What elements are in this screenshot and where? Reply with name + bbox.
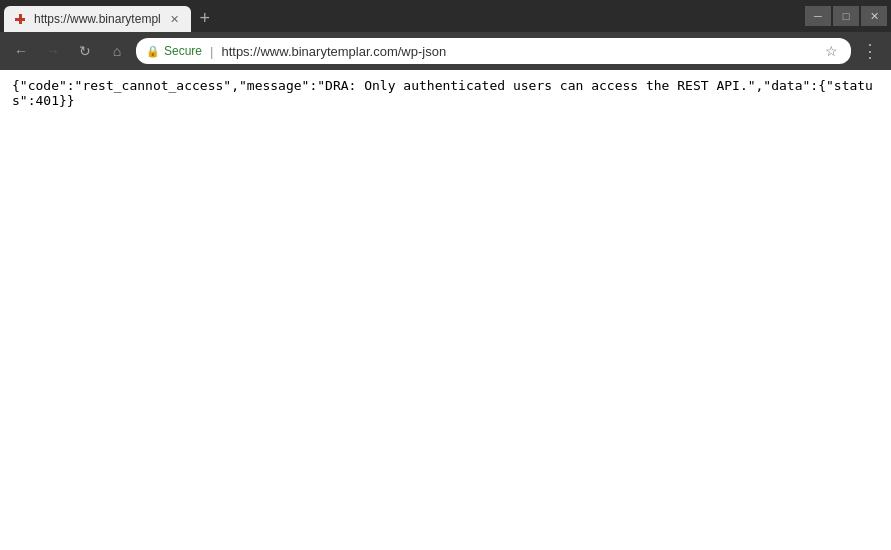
back-button[interactable]: ← [8, 38, 34, 64]
chrome-menu-button[interactable]: ⋮ [857, 38, 883, 64]
maximize-button[interactable]: □ [833, 6, 859, 26]
secure-badge: 🔒 Secure [146, 44, 202, 58]
new-tab-button[interactable]: + [191, 4, 219, 32]
json-response-text: {"code":"rest_cannot_access","message":"… [12, 78, 879, 108]
forward-button[interactable]: → [40, 38, 66, 64]
minimize-button[interactable]: ─ [805, 6, 831, 26]
title-bar: https://www.binarytempl ✕ + ─ □ ✕ [0, 0, 891, 32]
tab-title: https://www.binarytempl [34, 12, 161, 26]
address-separator: | [210, 44, 213, 59]
home-button[interactable]: ⌂ [104, 38, 130, 64]
close-button[interactable]: ✕ [861, 6, 887, 26]
browser-tab[interactable]: https://www.binarytempl ✕ [4, 6, 191, 32]
url-text: https://www.binarytemplar.com/wp-json [221, 44, 446, 59]
tab-area: https://www.binarytempl ✕ + [4, 0, 805, 32]
lock-icon: 🔒 [146, 45, 160, 58]
reload-button[interactable]: ↻ [72, 38, 98, 64]
tab-close-button[interactable]: ✕ [167, 11, 183, 27]
tab-favicon [12, 11, 28, 27]
url-bar[interactable]: 🔒 Secure | https://www.binarytemplar.com… [136, 38, 851, 64]
bookmark-button[interactable]: ☆ [821, 41, 841, 61]
window-controls: ─ □ ✕ [805, 6, 887, 26]
address-bar: ← → ↻ ⌂ 🔒 Secure | https://www.binarytem… [0, 32, 891, 70]
page-content: {"code":"rest_cannot_access","message":"… [0, 70, 891, 550]
secure-label: Secure [164, 44, 202, 58]
